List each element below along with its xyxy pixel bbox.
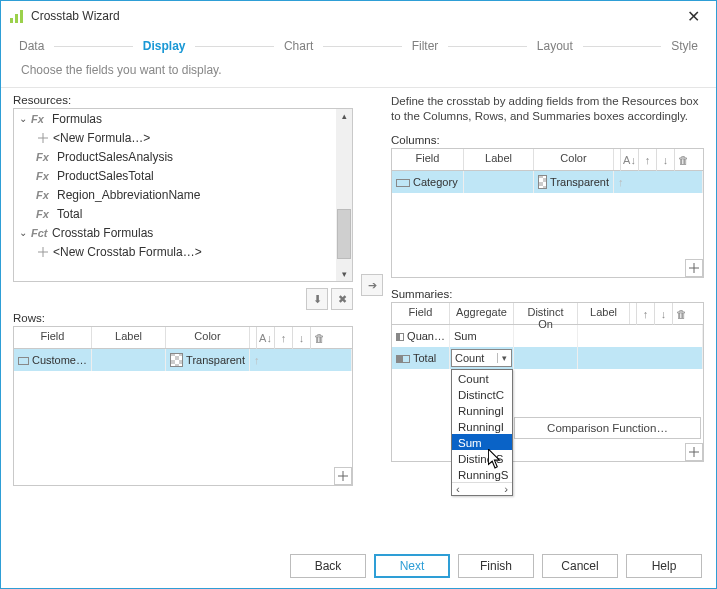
step-data[interactable]: Data [15, 37, 48, 55]
fx-icon: Fx [36, 151, 54, 163]
step-filter[interactable]: Filter [408, 37, 443, 55]
fx-icon: Fx [36, 170, 54, 182]
tree-group-crosstab[interactable]: Crosstab Formulas [52, 226, 153, 240]
sort-button[interactable]: A↓ [620, 149, 638, 171]
down-button[interactable]: ↓ [656, 149, 674, 171]
col-field-val: Category [413, 176, 458, 188]
chevron-down-icon[interactable]: ▾ [497, 353, 511, 363]
wizard-steps: Data Display Chart Filter Layout Style [1, 31, 716, 55]
down-button[interactable]: ↓ [292, 327, 310, 349]
col-distinct[interactable]: Distinct On [514, 303, 578, 324]
col-field[interactable]: Field [392, 149, 464, 170]
dropdown-option[interactable]: RunningI [452, 418, 512, 434]
down-button[interactable]: ↓ [654, 303, 672, 325]
rows-label: Rows: [13, 312, 353, 324]
col-label[interactable]: Label [464, 149, 534, 170]
close-button[interactable]: ✕ [679, 5, 708, 28]
field-icon [396, 333, 404, 341]
up-button[interactable]: ↑ [636, 303, 654, 325]
up-button[interactable]: ↑ [638, 149, 656, 171]
add-summary-button[interactable] [685, 443, 703, 461]
aggregate-select[interactable]: Count▾ [451, 349, 512, 367]
fx-icon: Fx [31, 113, 49, 125]
scrollbar[interactable]: ▴▾ [336, 109, 352, 281]
dropdown-option[interactable]: Count [452, 370, 512, 386]
sum-field: Total [413, 352, 436, 364]
columns-grid[interactable]: Field Label Color A↓↑↓🗑 Category Transpa… [391, 148, 704, 278]
scroll-right-icon[interactable]: › [504, 483, 508, 495]
tree-item[interactable]: ProductSalesAnalysis [57, 150, 173, 164]
dropdown-option[interactable]: Sum [452, 434, 512, 450]
transparent-swatch-icon [538, 175, 547, 189]
sum-agg: Sum [454, 330, 477, 342]
col-label[interactable]: Label [578, 303, 630, 324]
plus-icon [36, 131, 50, 145]
subtitle: Choose the fields you want to display. [1, 55, 716, 87]
plus-icon [36, 245, 50, 259]
fct-icon: Fct [31, 227, 49, 239]
transparent-swatch-icon [170, 353, 183, 367]
svg-rect-1 [15, 14, 18, 23]
tree-new-formula[interactable]: <New Formula…> [53, 131, 150, 145]
fx-icon: Fx [36, 208, 54, 220]
tree-new-crosstab[interactable]: <New Crosstab Formula…> [53, 245, 202, 259]
summaries-grid[interactable]: Field Aggregate Distinct On Label ↑↓🗑 Qu… [391, 302, 704, 462]
fx-icon: Fx [36, 189, 54, 201]
add-field-button[interactable]: ➔ [361, 274, 383, 296]
sum-field: Quan… [407, 330, 445, 342]
col-color[interactable]: Color [166, 327, 250, 348]
col-field[interactable]: Field [14, 327, 92, 348]
rows-grid[interactable]: Field Label Color A↓↑↓🗑 Custome… Transpa… [13, 326, 353, 486]
tree-item[interactable]: Total [57, 207, 82, 221]
row-color-val: Transparent [186, 354, 245, 366]
scroll-left-icon[interactable]: ‹ [456, 483, 460, 495]
delete-button[interactable]: 🗑 [674, 149, 692, 171]
finish-button[interactable]: Finish [458, 554, 534, 578]
delete-button[interactable]: 🗑 [672, 303, 690, 325]
summaries-row[interactable]: Quan… Sum [392, 325, 703, 347]
dropdown-option[interactable]: DistinctS [452, 450, 512, 466]
col-aggregate[interactable]: Aggregate [450, 303, 514, 324]
dropdown-option[interactable]: DistinctC [452, 386, 512, 402]
field-icon [396, 179, 410, 187]
row-field-val: Custome… [32, 354, 87, 366]
comparison-function-button[interactable]: Comparison Function… [514, 417, 701, 439]
step-chart[interactable]: Chart [280, 37, 317, 55]
tree-item[interactable]: ProductSalesTotal [57, 169, 154, 183]
step-style[interactable]: Style [667, 37, 702, 55]
col-field[interactable]: Field [392, 303, 450, 324]
move-down-button[interactable]: ⬇ [306, 288, 328, 310]
up-button[interactable]: ↑ [274, 327, 292, 349]
step-display[interactable]: Display [139, 37, 190, 55]
app-icon [9, 8, 25, 24]
svg-rect-2 [20, 10, 23, 23]
step-layout[interactable]: Layout [533, 37, 577, 55]
columns-grid-row[interactable]: Category Transparent ↑ [392, 171, 703, 193]
columns-label: Columns: [391, 134, 704, 146]
aggregate-dropdown[interactable]: Count DistinctC RunningI RunningI Sum Di… [451, 369, 513, 496]
col-label[interactable]: Label [92, 327, 166, 348]
delete-button[interactable]: 🗑 [310, 327, 328, 349]
back-button[interactable]: Back [290, 554, 366, 578]
summaries-label: Summaries: [391, 288, 704, 300]
resources-tree[interactable]: ⌄FxFormulas <New Formula…> FxProductSale… [13, 108, 353, 282]
sort-button[interactable]: A↓ [256, 327, 274, 349]
help-button[interactable]: Help [626, 554, 702, 578]
add-row-button[interactable] [334, 467, 352, 485]
chevron-down-icon[interactable]: ⌄ [18, 227, 28, 238]
add-column-button[interactable] [685, 259, 703, 277]
field-icon [396, 355, 410, 363]
tree-item[interactable]: Region_AbbreviationName [57, 188, 200, 202]
dropdown-option[interactable]: RunningI [452, 402, 512, 418]
next-button[interactable]: Next [374, 554, 450, 578]
cancel-button[interactable]: Cancel [542, 554, 618, 578]
tree-group-formulas[interactable]: Formulas [52, 112, 102, 126]
description: Define the crosstab by adding fields fro… [391, 94, 704, 128]
summaries-row[interactable]: Total Count▾ [392, 347, 703, 369]
rows-grid-row[interactable]: Custome… Transparent ↑ [14, 349, 352, 371]
remove-button[interactable]: ✖ [331, 288, 353, 310]
chevron-down-icon[interactable]: ⌄ [18, 113, 28, 124]
col-color[interactable]: Color [534, 149, 614, 170]
svg-rect-0 [10, 18, 13, 23]
dropdown-option[interactable]: RunningS [452, 466, 512, 482]
